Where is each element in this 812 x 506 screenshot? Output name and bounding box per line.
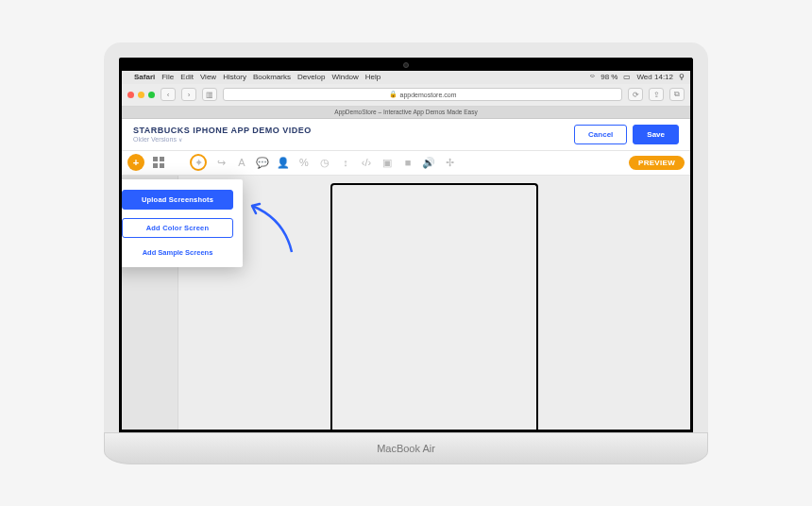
menu-history[interactable]: History: [223, 73, 246, 81]
older-versions-dropdown[interactable]: Older Versions: [133, 136, 568, 143]
camera-icon: [403, 62, 409, 68]
cancel-button[interactable]: Cancel: [574, 125, 627, 144]
canvas-area: [178, 176, 690, 430]
add-sample-screens-link[interactable]: Add Sample Screens: [122, 246, 233, 259]
battery-percent[interactable]: 98 %: [601, 73, 617, 81]
rotate-3d-icon[interactable]: ✢: [443, 156, 456, 169]
macos-menubar: Safari File Edit View History Bookmarks …: [122, 71, 690, 84]
safari-toolbar: ‹ › ▥ 🔒 appdemostore.com ⟳ ⇪ ⧉: [122, 84, 690, 107]
timer-icon[interactable]: ◷: [318, 156, 331, 169]
reload-icon[interactable]: ⟳: [628, 88, 643, 101]
add-screen-popover: Upload Screenshots Add Color Screen Add …: [122, 179, 243, 267]
page-title: STARBUCKS IPHONE APP DEMO VIDEO: [133, 126, 568, 135]
screen: Safari File Edit View History Bookmarks …: [122, 71, 690, 430]
laptop-base: MacBook Air: [104, 432, 708, 464]
svg-rect-2: [153, 163, 158, 168]
back-icon[interactable]: ‹: [161, 88, 176, 101]
lock-icon: 🔒: [389, 91, 398, 98]
preview-button[interactable]: PREVIEW: [629, 156, 685, 170]
device-mockup[interactable]: [330, 183, 538, 430]
link-icon[interactable]: %: [297, 156, 311, 169]
editor-area: Upload Screenshots Add Color Screen Add …: [122, 176, 690, 430]
height-icon[interactable]: ↕: [339, 156, 352, 169]
menu-edit[interactable]: Edit: [180, 73, 194, 81]
user-icon[interactable]: 👤: [277, 156, 290, 169]
text-tool-icon[interactable]: A: [235, 156, 248, 169]
laptop-frame: Safari File Edit View History Bookmarks …: [104, 42, 708, 464]
comment-icon[interactable]: 💬: [256, 156, 269, 169]
code-icon[interactable]: ‹/›: [360, 156, 373, 169]
svg-rect-1: [160, 157, 164, 161]
hotspot-tool-icon[interactable]: ✦: [190, 154, 207, 171]
clock[interactable]: Wed 14:12: [636, 73, 673, 81]
upload-screenshots-button[interactable]: Upload Screenshots: [122, 190, 233, 210]
app-header: STARBUCKS IPHONE APP DEMO VIDEO Older Ve…: [122, 119, 690, 151]
window-zoom-icon[interactable]: [148, 92, 155, 98]
address-url: appdemostore.com: [400, 92, 457, 98]
window-minimize-icon[interactable]: [138, 92, 144, 98]
spotlight-icon[interactable]: ⚲: [679, 73, 685, 81]
menu-help[interactable]: Help: [365, 73, 381, 81]
tabs-icon[interactable]: ⧉: [669, 88, 685, 101]
tab-title: AppDemoStore – Interactive App Demos Mad…: [334, 109, 477, 115]
save-button[interactable]: Save: [633, 125, 679, 144]
laptop-lid: Safari File Edit View History Bookmarks …: [104, 42, 708, 432]
video-icon[interactable]: ■: [401, 156, 414, 169]
share-icon[interactable]: ⇪: [649, 88, 664, 101]
redo-icon[interactable]: ↪: [214, 156, 228, 169]
editor-toolbar: + ✦ ↪ A 💬 👤 % ◷ ↕ ‹/› ▣ ■ 🔊 ✢ PREVIEW: [122, 151, 690, 176]
svg-rect-3: [160, 163, 164, 168]
sidebar-icon[interactable]: ▥: [202, 88, 217, 101]
traffic-lights: [127, 92, 155, 98]
forward-icon[interactable]: ›: [181, 88, 196, 101]
menubar-app-name[interactable]: Safari: [134, 73, 155, 81]
add-screen-button[interactable]: +: [127, 154, 144, 171]
menu-bookmarks[interactable]: Bookmarks: [253, 73, 291, 81]
svg-rect-0: [153, 157, 158, 161]
address-bar[interactable]: 🔒 appdemostore.com: [223, 88, 622, 101]
menu-view[interactable]: View: [200, 73, 216, 81]
menu-window[interactable]: Window: [331, 73, 358, 81]
battery-icon[interactable]: ▭: [623, 73, 631, 81]
sound-icon[interactable]: 🔊: [422, 156, 435, 169]
wifi-icon[interactable]: ⌔: [590, 73, 595, 81]
menu-file[interactable]: File: [161, 73, 174, 81]
safari-tab[interactable]: AppDemoStore – Interactive App Demos Mad…: [122, 107, 690, 119]
add-color-screen-button[interactable]: Add Color Screen: [122, 218, 233, 238]
window-close-icon[interactable]: [127, 92, 134, 98]
grid-icon[interactable]: [152, 156, 165, 169]
image-icon[interactable]: ▣: [381, 156, 394, 169]
menu-develop[interactable]: Develop: [297, 73, 325, 81]
laptop-model-label: MacBook Air: [377, 443, 435, 454]
